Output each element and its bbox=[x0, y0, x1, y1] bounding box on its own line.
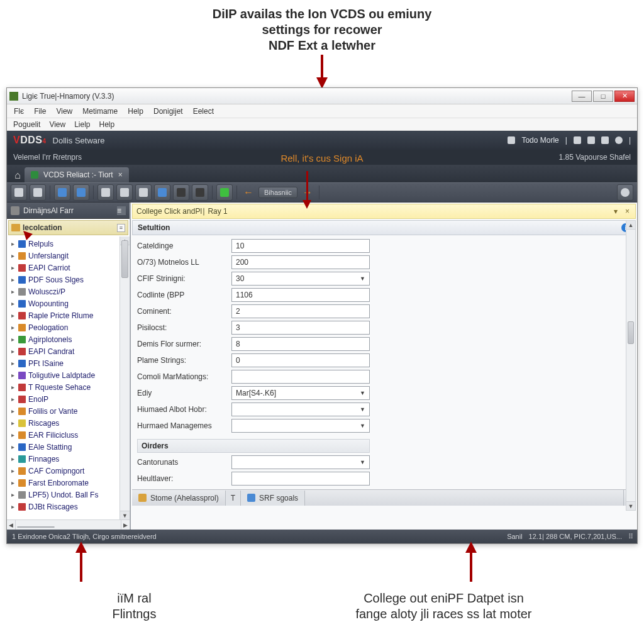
info-icon[interactable] bbox=[615, 136, 623, 144]
form-input[interactable]: 8 bbox=[231, 337, 370, 351]
tree-expand-icon[interactable]: ▸ bbox=[9, 503, 16, 510]
close-button[interactable]: ✕ bbox=[614, 91, 635, 102]
status-resize-grip-icon[interactable]: ⠿ bbox=[628, 533, 632, 541]
tool-button[interactable] bbox=[154, 184, 170, 201]
tree-item[interactable]: ▸EnolP bbox=[9, 393, 130, 405]
menu-item[interactable]: Lielp bbox=[70, 119, 94, 130]
sidebar-subheader-dropdown-icon[interactable]: ≡ bbox=[117, 224, 125, 232]
minimize-button[interactable]: — bbox=[572, 91, 592, 102]
tree-expand-icon[interactable]: ▸ bbox=[9, 443, 16, 450]
tree-item[interactable]: ▸Finnages bbox=[9, 453, 130, 465]
menu-item[interactable]: Flє bbox=[9, 106, 28, 117]
bottom-tab-left[interactable]: Stome (Ahelassprol) bbox=[132, 491, 226, 506]
tree-expand-icon[interactable]: ▸ bbox=[9, 348, 16, 355]
tool-button[interactable] bbox=[173, 184, 189, 201]
form-select[interactable]: ▼ bbox=[231, 419, 370, 433]
tree-item[interactable]: ▸EAR Filicicluss bbox=[9, 429, 130, 441]
forward-arrow-icon[interactable]: → bbox=[300, 187, 315, 198]
tool-clock-button[interactable] bbox=[617, 184, 633, 201]
menu-item[interactable]: Poguelit bbox=[9, 119, 44, 130]
tree-item[interactable]: ▸EAle Statting bbox=[9, 441, 130, 453]
tree-expand-icon[interactable]: ▸ bbox=[9, 240, 16, 247]
tool-button[interactable] bbox=[11, 184, 27, 201]
tree-item[interactable]: ▸DJBt Riscages bbox=[9, 501, 130, 513]
scroll-down-icon[interactable]: ▼ bbox=[120, 511, 130, 519]
form-input[interactable] bbox=[231, 472, 370, 486]
tree-expand-icon[interactable]: ▸ bbox=[9, 396, 16, 402]
tool-button[interactable] bbox=[192, 184, 208, 201]
tree-item[interactable]: ▸Folilis or Vante bbox=[9, 405, 130, 417]
form-select[interactable]: 30▼ bbox=[231, 272, 370, 286]
scroll-right-icon[interactable]: ▶ bbox=[121, 520, 130, 530]
back-arrow-icon[interactable]: ← bbox=[241, 187, 256, 198]
form-input[interactable]: 1106 bbox=[231, 288, 370, 302]
brand-right-label[interactable]: Todo Morle bbox=[521, 136, 558, 145]
tree-expand-icon[interactable]: ▸ bbox=[9, 467, 16, 474]
bottom-tab-right[interactable]: SRF sgoals bbox=[241, 491, 305, 506]
form-input[interactable] bbox=[231, 370, 370, 384]
refresh-icon[interactable] bbox=[587, 136, 595, 144]
sidebar-scrollbar[interactable]: ▲ ▼ bbox=[119, 236, 130, 519]
tree-expand-icon[interactable]: ▸ bbox=[9, 312, 16, 319]
tree-expand-icon[interactable]: ▸ bbox=[9, 300, 16, 307]
scroll-left-icon[interactable]: ◀ bbox=[7, 520, 16, 530]
tree-item[interactable]: ▸Wopounting bbox=[9, 297, 130, 309]
tree-item[interactable]: ▸Raple Pricte Rlume bbox=[9, 309, 130, 321]
tree-expand-icon[interactable]: ▸ bbox=[9, 491, 16, 498]
maximize-button[interactable]: □ bbox=[593, 91, 613, 102]
tree-expand-icon[interactable]: ▸ bbox=[9, 288, 16, 295]
menu-item[interactable]: Help bbox=[123, 106, 148, 117]
tool-add-button[interactable] bbox=[216, 184, 233, 201]
sidebar-hscrollbar[interactable]: ◀ ▶ bbox=[7, 519, 130, 530]
menu-item[interactable]: View bbox=[52, 106, 77, 117]
menu-item[interactable]: Eelect bbox=[189, 106, 218, 117]
tool-button[interactable] bbox=[97, 184, 114, 201]
menu-item[interactable]: Donigijet bbox=[149, 106, 187, 117]
tool-button[interactable] bbox=[30, 184, 46, 201]
form-select[interactable]: ▼ bbox=[231, 455, 370, 469]
scroll-up-icon[interactable]: ▲ bbox=[626, 221, 635, 230]
menu-item[interactable]: Help bbox=[96, 119, 119, 130]
tab-home-button[interactable]: ⌂ bbox=[11, 169, 25, 182]
download-icon[interactable] bbox=[574, 136, 581, 144]
tree-item[interactable]: ▸PDF Sous Slges bbox=[9, 274, 130, 286]
tree-item[interactable]: ▸LPF5) Undot. Ball Fs bbox=[9, 489, 130, 501]
tree-expand-icon[interactable]: ▸ bbox=[9, 479, 16, 486]
tree-item[interactable]: ▸Unferslangit bbox=[9, 250, 130, 262]
menu-item[interactable]: View bbox=[45, 119, 69, 130]
tree-expand-icon[interactable]: ▸ bbox=[9, 408, 16, 414]
hscroll-thumb[interactable] bbox=[17, 526, 55, 528]
tree-expand-icon[interactable]: ▸ bbox=[9, 360, 16, 367]
tab-close-icon[interactable]: × bbox=[118, 170, 123, 179]
main-scrollbar[interactable]: ▲ ▼ bbox=[626, 220, 636, 511]
form-input[interactable]: 0 bbox=[231, 353, 370, 367]
tool-button[interactable] bbox=[135, 184, 152, 201]
menu-item[interactable]: File bbox=[30, 106, 50, 117]
tree-item[interactable]: ▸PFt ISaine bbox=[9, 357, 130, 369]
tree-item[interactable]: ▸CAF Comipngort bbox=[9, 465, 130, 477]
tree-item[interactable]: ▸Wolusczi/P bbox=[9, 286, 130, 297]
form-input[interactable]: 3 bbox=[231, 321, 370, 335]
tree-item[interactable]: ▸Riscages bbox=[9, 417, 130, 429]
toolbar-label[interactable]: Bihasniic bbox=[258, 187, 297, 198]
scroll-down-icon[interactable]: ▼ bbox=[626, 501, 635, 510]
tree-expand-icon[interactable]: ▸ bbox=[9, 455, 16, 462]
tool-button[interactable] bbox=[54, 184, 70, 201]
scroll-thumb[interactable] bbox=[628, 321, 634, 344]
tree-expand-icon[interactable]: ▸ bbox=[9, 372, 16, 379]
tree-item[interactable]: ▸Agirplotonels bbox=[9, 333, 130, 345]
tree-item[interactable]: ▸Relpuls bbox=[9, 238, 130, 250]
tree-expand-icon[interactable]: ▸ bbox=[9, 384, 16, 391]
tree-expand-icon[interactable]: ▸ bbox=[9, 419, 16, 426]
tree-item[interactable]: ▸Farst Enboromate bbox=[9, 477, 130, 489]
tree-item[interactable]: ▸EAPI Candrat bbox=[9, 345, 130, 357]
form-select[interactable]: ▼ bbox=[231, 402, 370, 416]
tree-expand-icon[interactable]: ▸ bbox=[9, 276, 16, 283]
form-input[interactable]: 10 bbox=[231, 239, 370, 253]
tree-expand-icon[interactable]: ▸ bbox=[9, 431, 16, 438]
tree-item[interactable]: ▸EAPI Carriot bbox=[9, 262, 130, 274]
tree-item[interactable]: ▸T Rqueste Sehace bbox=[9, 381, 130, 393]
tree-expand-icon[interactable]: ▸ bbox=[9, 324, 16, 331]
tree-expand-icon[interactable]: ▸ bbox=[9, 264, 16, 271]
tree-item[interactable]: ▸Toligutive Laldptade bbox=[9, 369, 130, 381]
